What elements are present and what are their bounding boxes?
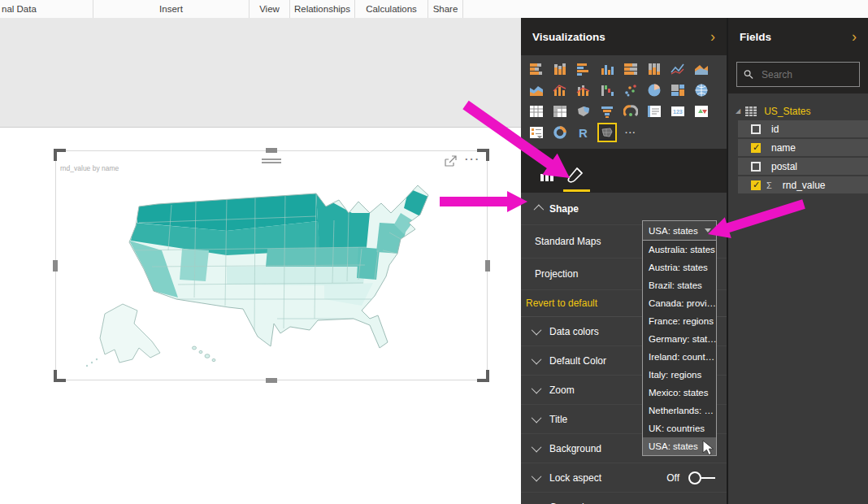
section-lock-aspect[interactable]: Lock aspect Off (521, 463, 727, 493)
visualization-type-grid: 123R··· (521, 55, 727, 149)
viz-icon-donut[interactable] (552, 124, 568, 141)
viz-icon-filled-map[interactable] (575, 103, 592, 119)
viz-icon-mr-card[interactable] (646, 103, 662, 119)
dropdown-option-brazil[interactable]: Brazil: states (643, 276, 716, 294)
dropdown-option-australia[interactable]: Australia: states (643, 241, 716, 259)
menu-tab-view[interactable]: View (250, 0, 290, 18)
field-row-postal[interactable]: postal (738, 158, 868, 175)
resize-handle-top[interactable] (266, 148, 277, 153)
section-general[interactable]: General (521, 493, 727, 504)
checkbox-id[interactable] (751, 124, 761, 134)
viz-icon-area[interactable] (693, 61, 710, 77)
dropdown-option-italy[interactable]: Italy: regions (643, 366, 716, 384)
resize-handle-bottom[interactable] (266, 378, 277, 383)
viz-icon-slicer[interactable] (528, 124, 545, 141)
fields-panel: Fields › ◢ US_States id name (727, 18, 868, 504)
collapse-panel-icon[interactable]: › (710, 29, 715, 44)
checkbox-postal[interactable] (751, 162, 761, 172)
viz-icon-table[interactable] (528, 103, 545, 119)
viz-icon-kpi[interactable] (693, 103, 710, 119)
checkbox-rnd-value[interactable] (751, 180, 761, 190)
menu-tab-calculations[interactable]: Calculations (355, 0, 428, 18)
dropdown-caret-icon (705, 228, 711, 232)
viz-icon-scatter[interactable] (623, 82, 639, 98)
fields-list: ◢ US_States id name postal Σ rnd_value (728, 93, 868, 193)
dropdown-option-ireland[interactable]: Ireland: count… (643, 348, 716, 366)
standard-maps-dropdown-list: Australia: states Austria: states Brazil… (642, 241, 717, 456)
fields-header: Fields › (728, 18, 868, 55)
viz-icon-gauge[interactable] (623, 103, 639, 119)
search-area (728, 55, 868, 93)
chevron-down-icon (532, 413, 542, 424)
menu-tab-relationships[interactable]: Relationships (290, 0, 355, 18)
viz-icon-r[interactable]: R (575, 124, 592, 141)
viz-icon-funnel[interactable] (599, 103, 615, 119)
field-row-name[interactable]: name (738, 139, 868, 156)
chevron-down-icon (532, 442, 542, 453)
projection-label: Projection (535, 268, 578, 280)
viz-icon-waterfall[interactable] (599, 82, 615, 98)
viz-icon-shape-map[interactable] (599, 124, 615, 141)
menu-bar: nal Data Insert View Relationships Calcu… (0, 0, 868, 18)
viz-icon-col-stacked[interactable] (552, 61, 568, 77)
drag-grip-icon[interactable] (262, 157, 281, 165)
resize-handle-bottom-left[interactable] (54, 370, 66, 382)
viz-icon-combo-stacked[interactable] (575, 82, 592, 98)
resize-handle-top-left[interactable] (54, 149, 66, 161)
viz-icon-bar-clustered[interactable] (575, 61, 592, 77)
focus-mode-icon[interactable] (445, 155, 458, 167)
viz-icon-col-100[interactable] (646, 61, 662, 77)
format-tab-strip (521, 149, 727, 193)
viz-icon-card123[interactable]: 123 (670, 103, 686, 119)
active-tab-underline (563, 189, 590, 192)
menu-tab-share[interactable]: Share (428, 0, 463, 18)
viz-icon-bar-stacked[interactable] (528, 61, 545, 77)
resize-handle-right[interactable] (485, 260, 490, 272)
resize-handle-left[interactable] (53, 260, 58, 272)
table-row-us-states[interactable]: ◢ US_States (728, 102, 868, 120)
viz-icon-bar-100[interactable] (623, 61, 639, 77)
field-row-id[interactable]: id (738, 120, 868, 137)
viz-icon-more[interactable]: ··· (623, 124, 639, 141)
viz-icon-treemap[interactable] (670, 82, 686, 98)
shape-section-label: Shape (549, 203, 579, 215)
lock-aspect-toggle[interactable] (688, 471, 717, 485)
viz-icon-area-stacked[interactable] (528, 82, 545, 98)
viz-icon-pie[interactable] (646, 82, 662, 98)
svg-text:R: R (579, 126, 588, 140)
viz-icon-combo[interactable] (552, 82, 568, 98)
dropdown-option-france[interactable]: France: regions (643, 312, 716, 330)
shape-map-visual[interactable]: rnd_value by name ··· (55, 150, 488, 380)
viz-icon-col-clustered[interactable] (599, 61, 615, 77)
dropdown-option-germany[interactable]: Germany: stat… (643, 330, 716, 348)
field-row-rnd-value[interactable]: Σ rnd_value (738, 176, 868, 193)
format-paintbrush-tab-icon[interactable] (566, 167, 586, 185)
standard-maps-label: Standard Maps (535, 236, 601, 247)
table-icon (745, 106, 757, 116)
dropdown-option-canada[interactable]: Canada: provi… (643, 294, 716, 312)
menu-tab-external-data[interactable]: nal Data (0, 0, 93, 18)
hawaii-shape (193, 346, 216, 362)
checkbox-name[interactable] (751, 143, 761, 153)
dropdown-option-uk[interactable]: UK: countries (643, 419, 716, 437)
dropdown-option-austria[interactable]: Austria: states (643, 259, 716, 276)
visualizations-header: Visualizations › (521, 18, 727, 55)
dropdown-value: USA: states (649, 226, 698, 236)
dropdown-option-netherlands[interactable]: Netherlands: … (643, 402, 716, 419)
resize-handle-top-right[interactable] (477, 149, 489, 161)
search-icon (744, 69, 753, 80)
standard-maps-dropdown[interactable]: USA: states (642, 220, 717, 241)
resize-handle-bottom-right[interactable] (477, 370, 489, 382)
expand-triangle-icon[interactable]: ◢ (736, 107, 740, 115)
viz-icon-globe[interactable] (693, 82, 710, 98)
viz-icon-matrix[interactable] (552, 103, 568, 119)
fields-pane-tab-icon[interactable] (539, 167, 558, 185)
us-choropleth-map[interactable] (72, 176, 454, 371)
collapse-panel-icon[interactable]: › (852, 29, 857, 44)
menu-tab-insert[interactable]: Insert (93, 0, 250, 18)
viz-icon-line[interactable] (670, 61, 686, 77)
dropdown-option-mexico[interactable]: Mexico: states (643, 384, 716, 402)
chevron-down-icon (532, 354, 542, 365)
search-input[interactable] (760, 68, 853, 81)
search-box[interactable] (736, 62, 860, 87)
